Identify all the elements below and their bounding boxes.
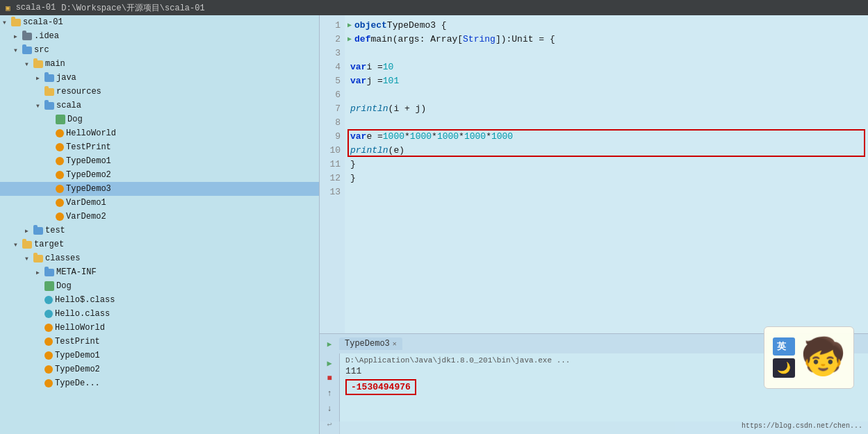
- sidebar-item-idea[interactable]: ▶.idea: [0, 29, 319, 43]
- tree-arrow-java: ▶: [36, 75, 44, 81]
- sidebar-item-VarDemo1[interactable]: VarDemo1: [0, 196, 319, 210]
- line-number-11: 11: [320, 157, 345, 171]
- run-play-button[interactable]: ▶: [322, 356, 336, 370]
- tree-arrow-test: ▶: [25, 228, 33, 234]
- sidebar-item-TestPrint[interactable]: TestPrint: [0, 140, 319, 154]
- tree-arrow-HelloWorld2: [36, 325, 44, 331]
- folder-blue-icon: [44, 102, 54, 110]
- code-line-10: println(e): [345, 143, 868, 157]
- sidebar-item-TypeDemo1[interactable]: TypeDemo1: [0, 154, 319, 168]
- sidebar-item-src[interactable]: ▼src: [0, 43, 319, 57]
- folder-blue-icon: [33, 227, 43, 235]
- sidebar-label-TypeDemo1b: TypeDemo1: [55, 351, 100, 360]
- sidebar-label-HelloWorld2: HelloWorld: [55, 323, 105, 333]
- line-number-1: 1: [320, 18, 345, 32]
- sidebar-label-TypeDemo3b: TypeDe...: [55, 378, 100, 388]
- sidebar-label-TestPrint2: TestPrint: [55, 337, 100, 347]
- tree-arrow-HelloClass: [36, 311, 44, 317]
- code-line-7: println(i + j): [345, 101, 868, 115]
- run-play-icon[interactable]: ▶: [322, 337, 336, 351]
- folder-blue-icon: [44, 269, 54, 276]
- project-folder-icon: [11, 19, 21, 26]
- sidebar-item-HelloClass[interactable]: Hello.class: [0, 307, 319, 321]
- sidebar-label-test: test: [45, 226, 65, 235]
- sidebar-item-main[interactable]: ▼main: [0, 57, 319, 71]
- tree-arrow-HelloWorld: [47, 131, 56, 137]
- sidebar-label-target: target: [34, 240, 64, 249]
- code-line-8: [345, 115, 868, 129]
- sidebar-item-TypeDemo3[interactable]: TypeDemo3: [0, 182, 319, 196]
- sidebar-label-scala: scala: [56, 101, 81, 110]
- moon-badge: 🌙: [773, 358, 795, 378]
- sidebar-item-classes[interactable]: ▼classes: [0, 251, 319, 265]
- sidebar-item-TypeDemo3b[interactable]: TypeDe...: [0, 376, 319, 390]
- sidebar-label-TypeDemo3: TypeDemo3: [66, 184, 111, 194]
- sidebar-label-TestPrint: TestPrint: [66, 142, 111, 152]
- folder-icon: [44, 88, 54, 96]
- sidebar-item-TestPrint2[interactable]: TestPrint: [0, 335, 319, 349]
- sidebar-item-DogClass[interactable]: Dog: [0, 279, 319, 293]
- sidebar-item-scala-01[interactable]: ▼scala-01: [0, 15, 319, 29]
- code-lines[interactable]: ▶object TypeDemo3 {▶ def main(args: Arra…: [345, 15, 868, 333]
- sidebar-label-resources: resources: [56, 87, 101, 97]
- tree-arrow-TypeDemo3b: [36, 381, 44, 387]
- sidebar-label-java: java: [56, 73, 76, 83]
- sidebar-item-HelloWorld2[interactable]: HelloWorld: [0, 321, 319, 335]
- folder-icon: [22, 241, 32, 249]
- tree-arrow-target: ▼: [14, 242, 22, 248]
- sidebar-label-idea: .idea: [34, 31, 59, 41]
- folder-dark-icon: [22, 33, 32, 40]
- scala-file-icon: [56, 212, 64, 221]
- project-path: D:\Workspace\开源项目\scala-01: [61, 2, 204, 14]
- folder-icon: [33, 60, 43, 68]
- sidebar-item-test[interactable]: ▶test: [0, 224, 319, 237]
- tree-arrow-DogClass: [36, 283, 44, 290]
- run-result-box: -1530494976: [345, 379, 416, 395]
- sidebar-item-TypeDemo1b[interactable]: TypeDemo1: [0, 349, 319, 362]
- sidebar: ▼scala-01▶.idea▼src▼main▶java resources▼…: [0, 15, 320, 434]
- run-tab-close[interactable]: ✕: [393, 340, 397, 348]
- sidebar-item-HelloDollar[interactable]: Hello$.class: [0, 293, 319, 307]
- sidebar-item-target[interactable]: ▼target: [0, 237, 319, 251]
- folder-blue-icon: [22, 47, 32, 54]
- sidebar-item-META-INF[interactable]: ▶META-INF: [0, 265, 319, 279]
- sidebar-label-META-INF: META-INF: [56, 267, 97, 277]
- tree-arrow-HelloDollar: [36, 297, 44, 303]
- tree-arrow-Dog: [47, 117, 56, 123]
- sidebar-item-Dog[interactable]: Dog: [0, 112, 319, 126]
- sidebar-label-TypeDemo1: TypeDemo1: [66, 156, 111, 166]
- dog-file-icon: [56, 115, 65, 124]
- sidebar-item-resources[interactable]: resources: [0, 85, 319, 99]
- folder-blue-icon: [44, 74, 54, 82]
- run-up-button[interactable]: ↑: [322, 387, 336, 401]
- sidebar-label-TypeDemo2b: TypeDemo2: [55, 365, 100, 374]
- folder-icon: [33, 255, 43, 262]
- line-number-4: 4: [320, 60, 345, 74]
- line-number-5: 5: [320, 74, 345, 87]
- code-line-11: }: [345, 157, 868, 171]
- sidebar-label-src: src: [34, 45, 49, 55]
- sidebar-item-java[interactable]: ▶java: [0, 71, 319, 85]
- sidebar-item-VarDemo2[interactable]: VarDemo2: [0, 210, 319, 224]
- sidebar-item-TypeDemo2b[interactable]: TypeDemo2: [0, 362, 319, 376]
- run-tab[interactable]: TypeDemo3 ✕: [339, 337, 402, 350]
- footer-url: https://blog.csdn.net/chen...: [320, 422, 868, 434]
- tree-arrow-TypeDemo1: [47, 158, 56, 165]
- sidebar-item-scala[interactable]: ▼scala: [0, 99, 319, 112]
- tree-arrow-TestPrint2: [36, 339, 44, 345]
- code-line-3: [345, 46, 868, 60]
- run-stop-button[interactable]: ■: [322, 372, 336, 385]
- sidebar-item-HelloWorld[interactable]: HelloWorld: [0, 126, 319, 140]
- run-tab-label: TypeDemo3: [345, 339, 390, 349]
- tree-arrow-VarDemo2: [47, 214, 56, 220]
- sidebar-label-DogClass: Dog: [56, 281, 72, 291]
- tree-arrow-TypeDemo2: [47, 172, 56, 178]
- sidebar-label-HelloDollar: Hello$.class: [55, 295, 115, 305]
- sidebar-label-main: main: [45, 59, 65, 69]
- run-down-button[interactable]: ↓: [322, 402, 336, 416]
- sidebar-item-TypeDemo2[interactable]: TypeDemo2: [0, 168, 319, 182]
- tree-arrow-TypeDemo2b: [36, 367, 44, 373]
- tree-arrow-resources: [36, 89, 44, 95]
- tree-arrow-VarDemo1: [47, 200, 56, 206]
- line-number-12: 12: [320, 171, 345, 185]
